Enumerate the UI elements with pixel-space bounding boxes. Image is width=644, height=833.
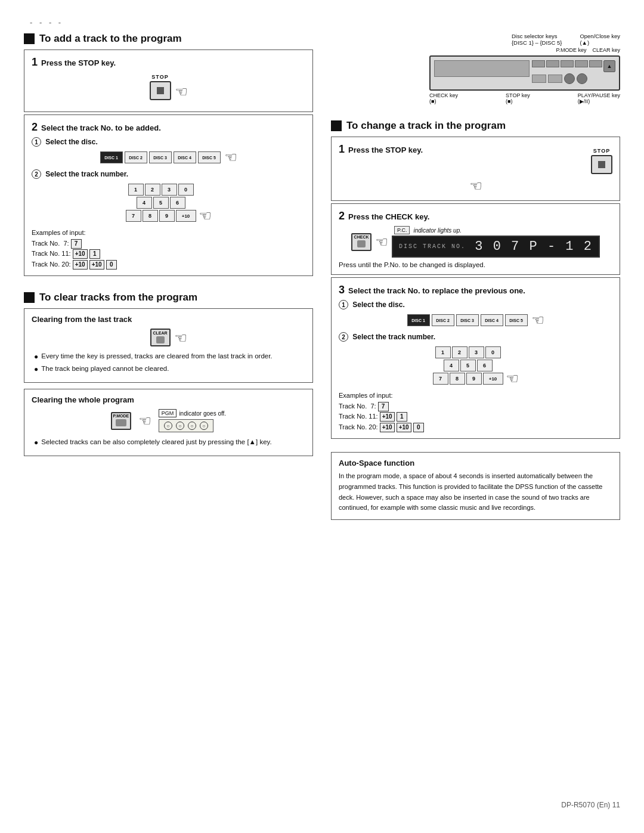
bullet-1: ● Every time the key is pressed, tracks …: [34, 351, 305, 362]
clear-last-track-box: Clearing from the last track CLEAR ☞ ●: [24, 308, 313, 383]
stop-key-label-diag: STOP key(■): [506, 92, 530, 104]
change-key-7[interactable]: 7: [433, 373, 448, 385]
track-box-plus10-1: +10: [73, 249, 88, 259]
change-track-section: To change a track in the program 1 Press…: [331, 120, 620, 441]
pgm-indicator-area: PGM indicator goes off. ○ ○ ○ ○: [159, 409, 226, 432]
key-plus10[interactable]: +10: [176, 210, 196, 222]
select-track-text: Select the track number.: [45, 170, 128, 178]
change-disc-btn-1[interactable]: DISC 1: [407, 314, 430, 326]
pgm-illustration: P.MODE ☞ PGM indicator goes off.: [32, 409, 305, 432]
num-row-1: 1 2 3 0: [128, 184, 194, 196]
circle-2-right: 2: [339, 332, 348, 342]
device-diagram: Disc selector keys{DISC 1} – {DISC 5} Op…: [331, 33, 620, 104]
track-box-plus10-b: +10: [89, 260, 104, 270]
key-9[interactable]: 9: [159, 210, 175, 222]
stop-icon-right: [596, 159, 608, 170]
change-step3-number: 3: [339, 284, 345, 296]
disc-btn-2[interactable]: DISC 2: [125, 151, 147, 163]
track-no-label: TRACK NO.: [423, 243, 466, 250]
heading-square-icon: [24, 33, 35, 44]
disc-label-small: DISC: [399, 243, 423, 250]
change-disc-btn-3[interactable]: DISC 3: [456, 314, 479, 326]
change-disc-text: Select the disc.: [352, 301, 404, 309]
hand-icon-pgm: ☞: [138, 413, 151, 429]
display-screen: [434, 60, 530, 77]
pgm-circle-1: ○: [164, 422, 172, 430]
clear-whole-box: Clearing the whole program P.MODE ☞ PGM: [24, 389, 313, 456]
circle-2: 2: [32, 169, 41, 179]
step2-label: Select the track No. to be added.: [41, 123, 161, 132]
clear-whole-bullet: ● Selected tracks can be also completely…: [34, 437, 305, 448]
stop-key-box-right: [591, 155, 612, 174]
change-key-2[interactable]: 2: [452, 346, 467, 358]
pgm-circle-4: ○: [200, 422, 208, 430]
key-7[interactable]: 7: [126, 210, 141, 222]
disc-btn-diag-5: [589, 60, 602, 67]
change-key-plus10[interactable]: +10: [483, 373, 503, 385]
change-key-6[interactable]: 6: [477, 360, 493, 371]
change-key-4[interactable]: 4: [444, 360, 459, 371]
disc-btn-5[interactable]: DISC 5: [198, 151, 221, 163]
change-key-3[interactable]: 3: [469, 346, 484, 358]
change-examples-title: Examples of input:: [339, 391, 612, 401]
key-1[interactable]: 1: [128, 184, 144, 196]
change-disc-btn-4[interactable]: DISC 4: [481, 314, 503, 326]
change-key-0[interactable]: 0: [485, 346, 501, 358]
change-numpad-illustration: 1 2 3 0 4 5 6: [339, 344, 612, 387]
check-label: CHECK: [354, 235, 369, 239]
change-num-row-3: 7 8 9 +10: [433, 373, 503, 385]
left-column: To add a track to the program 1 Press th…: [24, 33, 313, 789]
add-track-step1-box: 1 Press the STOP key. STOP: [24, 49, 313, 112]
example-line-2: Track No. 11: +10 1: [32, 249, 305, 259]
pc-indicator-box: P.C.: [394, 226, 410, 234]
disc-btn-3[interactable]: DISC 3: [149, 151, 172, 163]
top-labels: Disc selector keys{DISC 1} – {DISC 5} Op…: [512, 33, 620, 46]
step1-label: Press the STOP key.: [41, 58, 116, 67]
disc-btn-4[interactable]: DISC 4: [174, 151, 196, 163]
step1-number: 1: [32, 56, 38, 69]
bullet-text-1: Every time the key is pressed, tracks ar…: [41, 351, 272, 362]
add-track-step2-box: 2 Select the track No. to be added. 1 Se…: [24, 114, 313, 276]
change-track-step2-box: 2 Press the CHECK key. CHECK ☞: [331, 203, 620, 275]
change-track-box-0: 0: [413, 423, 424, 432]
change-disc-btn-2[interactable]: DISC 2: [432, 314, 454, 326]
change-disc-btn-5[interactable]: DISC 5: [505, 314, 528, 326]
pgm-key-icon: [114, 418, 128, 428]
change-track-box-7: 7: [378, 402, 389, 411]
change-key-8[interactable]: 8: [450, 373, 465, 385]
change-track-label: 2 Select the track number.: [339, 332, 612, 342]
key-2[interactable]: 2: [145, 184, 160, 196]
circle-1: 1: [32, 137, 41, 147]
key-6[interactable]: 6: [170, 197, 185, 209]
display-value: 3 0 7 P - 1 2: [475, 239, 593, 254]
stop-key-illustration: STOP ☞: [32, 72, 305, 102]
change-example-1: Track No. 7: 7: [339, 401, 612, 412]
clear-whole-title: Clearing the whole program: [32, 395, 305, 404]
clear-last-title: Clearing from the last track: [32, 315, 305, 324]
key-0[interactable]: 0: [178, 184, 194, 196]
clear-key-illustration: CLEAR ☞: [32, 329, 305, 346]
change-key-1[interactable]: 1: [435, 346, 451, 358]
change-key-5[interactable]: 5: [460, 360, 476, 371]
clear-bullets: ● Every time the key is pressed, tracks …: [32, 351, 305, 374]
right-column: Disc selector keys{DISC 1} – {DISC 5} Op…: [331, 33, 620, 789]
svg-rect-1: [156, 336, 165, 343]
bullet-dot-3: ●: [34, 437, 38, 448]
clear-key-box: CLEAR: [150, 329, 171, 346]
key-8[interactable]: 8: [143, 210, 158, 222]
disc-btn-1[interactable]: DISC 1: [100, 151, 123, 163]
stop-hand-row: ☞: [339, 178, 612, 194]
stop-illus-row: STOP ☞: [150, 74, 188, 100]
key-4[interactable]: 4: [137, 197, 152, 209]
clear-whole-note: ● Selected tracks can be also completely…: [32, 437, 305, 448]
disc-btn-diag-1: [532, 60, 545, 67]
key-3[interactable]: 3: [162, 184, 177, 196]
add-track-title: To add a track to the program: [39, 33, 182, 45]
pgm-indicator-row: PGM indicator goes off.: [159, 409, 226, 417]
key-5[interactable]: 5: [153, 197, 169, 209]
change-key-9[interactable]: 9: [466, 373, 482, 385]
auto-space-box: Auto-Space function In the program mode,…: [331, 452, 620, 519]
hand-icon-check: ☞: [375, 234, 388, 250]
svg-rect-3: [598, 161, 605, 168]
press-note: Press until the P.No. to be changed is d…: [339, 261, 612, 268]
